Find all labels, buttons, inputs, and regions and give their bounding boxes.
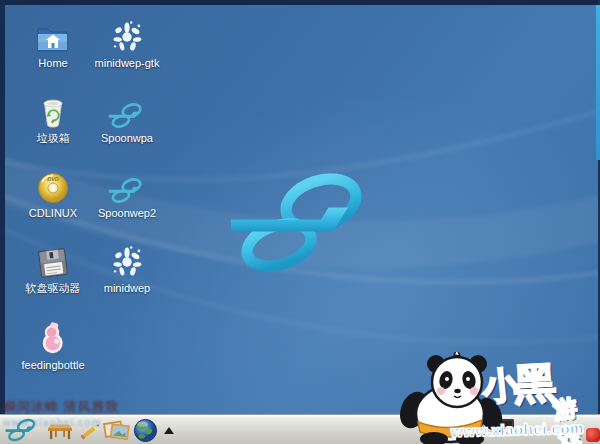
desktop-icon-trash[interactable]: 垃圾箱: [13, 95, 93, 144]
cdlinux-desktop-logo: [228, 170, 378, 275]
icon-label: 垃圾箱: [13, 132, 93, 144]
cdlinux-swirl-icon: [87, 95, 167, 129]
trash-icon: [13, 95, 93, 129]
taskbar-browser-button[interactable]: [131, 417, 159, 443]
pencil-icon: [80, 418, 104, 442]
splash-icon: [87, 20, 167, 54]
desktop-icon-feedingbottle[interactable]: feedingbottle: [13, 322, 93, 371]
dvd-disc-icon: DVD: [13, 170, 93, 204]
icon-label: Home: [13, 57, 93, 69]
globe-icon: [133, 418, 158, 443]
taskbar-up-arrow-button[interactable]: [161, 417, 177, 443]
desktop-icon-minidwep-gtk[interactable]: minidwep-gtk: [87, 20, 167, 69]
desktop-icon-spoonwpa[interactable]: Spoonwpa: [87, 95, 167, 144]
top-border: [0, 0, 600, 5]
dvd-badge-text: DVD: [47, 176, 59, 182]
splash-icon: [87, 245, 167, 279]
table-icon: [47, 419, 73, 441]
feeding-bottle-icon: [13, 322, 93, 356]
icon-label: minidwep-gtk: [87, 57, 167, 69]
watermark-red-badge: [586, 428, 600, 442]
desktop-icon-home[interactable]: Home: [13, 20, 93, 69]
panda-mascot: [398, 352, 504, 444]
cdlinux-swirl-icon: [87, 170, 167, 204]
photos-icon: [103, 418, 131, 442]
desktop-icon-minidwep[interactable]: minidwep: [87, 245, 167, 294]
icon-label: CDLINUX: [13, 207, 93, 219]
taskbar-cdlinux-menu-button[interactable]: [1, 417, 43, 443]
right-edge-highlight: [596, 5, 600, 160]
home-folder-icon: [13, 20, 93, 54]
desktop-icon-spoonwep2[interactable]: Spoonwep2: [87, 170, 167, 219]
icon-label: minidwep: [87, 282, 167, 294]
floppy-icon: [13, 245, 93, 279]
icon-label: Spoonwpa: [87, 132, 167, 144]
taskbar-photos-button[interactable]: [102, 417, 132, 443]
desktop-icon-cdlinux[interactable]: DVD CDLINUX: [13, 170, 93, 219]
up-arrow-icon: [164, 427, 174, 434]
left-border: [0, 0, 5, 444]
desktop-icon-floppy-drive[interactable]: 软盘驱动器: [13, 245, 93, 294]
icon-label: 软盘驱动器: [13, 282, 93, 294]
icon-label: feedingbottle: [13, 359, 93, 371]
icon-label: Spoonwep2: [87, 207, 167, 219]
taskbar-show-desktop-button[interactable]: [46, 417, 74, 443]
